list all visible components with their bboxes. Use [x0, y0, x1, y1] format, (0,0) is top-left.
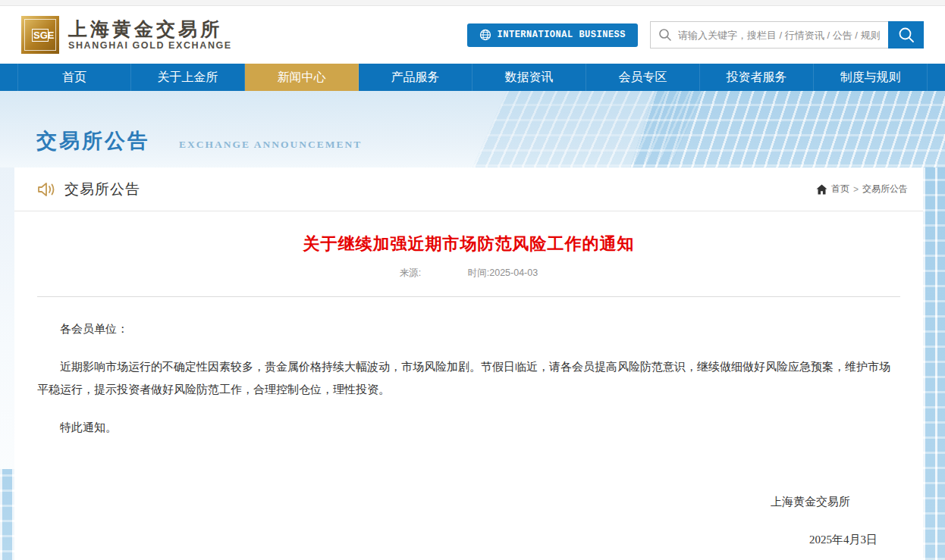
- article-title: 关于继续加强近期市场防范风险工作的通知: [37, 233, 900, 255]
- breadcrumb-home-link[interactable]: 首页: [831, 183, 849, 196]
- background-building-right: [923, 167, 945, 560]
- article-source: 来源:: [400, 267, 421, 278]
- logo-name-en: SHANGHAI GOLD EXCHANGE: [68, 40, 232, 51]
- logo-name-cn: 上海黄金交易所: [68, 20, 232, 39]
- sge-logo-mark-icon: SGE: [21, 16, 59, 54]
- sge-monogram: SGE: [32, 29, 49, 42]
- nav-item-products[interactable]: 产品服务: [359, 64, 472, 91]
- article-body: 各会员单位： 近期影响市场运行的不确定性因素较多，贵金属价格持续大幅波动，市场风…: [37, 318, 900, 551]
- international-business-button[interactable]: INTERNATIONAL BUSINESS: [467, 23, 638, 47]
- banner-titles: 交易所公告 EXCHANGE ANNOUNCEMENT: [36, 127, 362, 155]
- primary-nav-inner: 首页 关于上金所 新闻中心 产品服务 数据资讯 会员专区 投资者服务 制度与规则: [17, 64, 928, 91]
- banner-building-decoration: [626, 91, 945, 167]
- background-building-left: [0, 469, 14, 560]
- article-signature: 上海黄金交易所: [37, 490, 900, 513]
- search-icon: [658, 28, 672, 42]
- nav-item-about[interactable]: 关于上金所: [131, 64, 245, 91]
- home-icon: [816, 184, 827, 195]
- international-business-label: INTERNATIONAL BUSINESS: [498, 30, 626, 40]
- header-tools: INTERNATIONAL BUSINESS: [467, 21, 924, 48]
- site-header: SGE 上海黄金交易所 SHANGHAI GOLD EXCHANGE INTER…: [0, 6, 945, 64]
- article-meta: 来源: 时间:2025-04-03: [37, 267, 900, 280]
- article-paragraph: 近期影响市场运行的不确定性因素较多，贵金属价格持续大幅波动，市场风险加剧。节假日…: [37, 355, 900, 401]
- article-closing: 特此通知。: [37, 416, 900, 439]
- nav-item-members[interactable]: 会员专区: [586, 64, 700, 91]
- main-area: 交易所公告 首页 > 交易所公告 关于继续加强近期市场防范风险工作的通知 来源:…: [0, 167, 945, 560]
- search-field: [650, 21, 888, 48]
- announcement-speaker-icon: [37, 181, 55, 198]
- globe-icon: [479, 29, 491, 41]
- content-panel: 交易所公告 首页 > 交易所公告 关于继续加强近期市场防范风险工作的通知 来源:…: [14, 167, 923, 560]
- article-divider: [37, 296, 900, 297]
- panel-header: 交易所公告 首页 > 交易所公告: [14, 167, 923, 211]
- logo-text: 上海黄金交易所 SHANGHAI GOLD EXCHANGE: [68, 20, 232, 51]
- section-title: 交易所公告: [64, 180, 140, 199]
- top-utility-bar: [0, 0, 945, 6]
- banner-title-en: EXCHANGE ANNOUNCEMENT: [179, 139, 362, 151]
- nav-item-rules[interactable]: 制度与规则: [814, 64, 928, 91]
- search-submit-button[interactable]: [888, 21, 924, 48]
- breadcrumb-current[interactable]: 交易所公告: [862, 183, 908, 196]
- article-salutation: 各会员单位：: [37, 318, 900, 340]
- announcement-article: 关于继续加强近期市场防范风险工作的通知 来源: 时间:2025-04-03 各会…: [14, 233, 923, 551]
- nav-item-data[interactable]: 数据资讯: [472, 64, 586, 91]
- breadcrumb: 首页 > 交易所公告: [816, 183, 908, 196]
- section-banner: 交易所公告 EXCHANGE ANNOUNCEMENT: [0, 91, 945, 167]
- search-input[interactable]: [678, 30, 882, 41]
- article-time: 时间:2025-04-03: [468, 267, 538, 278]
- breadcrumb-separator: >: [853, 184, 859, 195]
- nav-item-home[interactable]: 首页: [17, 64, 131, 91]
- sge-logo[interactable]: SGE 上海黄金交易所 SHANGHAI GOLD EXCHANGE: [21, 16, 232, 54]
- search-submit-icon: [898, 27, 915, 43]
- nav-item-news[interactable]: 新闻中心: [245, 64, 359, 91]
- nav-item-investors[interactable]: 投资者服务: [700, 64, 814, 91]
- banner-building-decoration: [466, 91, 711, 167]
- primary-nav: 首页 关于上金所 新闻中心 产品服务 数据资讯 会员专区 投资者服务 制度与规则: [0, 64, 945, 91]
- banner-title-cn: 交易所公告: [36, 127, 150, 155]
- article-date: 2025年4月3日: [37, 528, 900, 551]
- search-bar: [650, 21, 924, 48]
